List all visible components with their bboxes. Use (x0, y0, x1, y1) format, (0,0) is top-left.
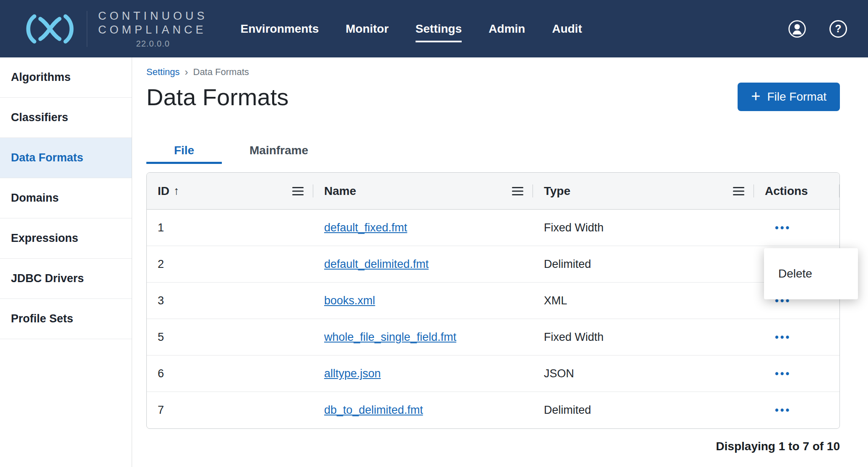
user-avatar-icon[interactable] (787, 19, 807, 39)
main-content: Settings › Data Formats Data Formats + F… (132, 57, 868, 453)
column-header-name-label: Name (324, 184, 356, 198)
cell-id: 1 (147, 210, 313, 246)
help-glyph: ? (835, 23, 841, 35)
row-actions-button[interactable]: ••• (775, 222, 791, 234)
format-name-link[interactable]: default_fixed.fmt (324, 221, 407, 234)
top-navbar: CONTINUOUS COMPLIANCE 22.0.0.0 Environme… (0, 0, 868, 57)
row-actions-button[interactable]: ••• (775, 331, 791, 343)
column-menu-icon[interactable] (512, 187, 524, 196)
pagination-summary: Displaying 1 to 7 of 10 (146, 440, 840, 453)
add-file-format-label: File Format (767, 90, 826, 104)
cell-actions: ••• (754, 355, 839, 392)
version-label: 22.0.0.0 (98, 39, 208, 49)
format-name-link[interactable]: books.xml (324, 294, 375, 307)
cell-name: books.xml (313, 283, 533, 319)
cell-name: whole_file_single_field.fmt (313, 319, 533, 355)
tab-file[interactable]: File (146, 137, 222, 164)
table-row: 5whole_file_single_field.fmtFixed Width•… (147, 319, 839, 355)
column-header-type-label: Type (544, 184, 570, 198)
navbar-icons: ? (787, 19, 847, 39)
brand-line-1: CONTINUOUS (98, 9, 208, 23)
data-formats-table: ID ↑ Name Type (146, 172, 840, 429)
brand-divider (87, 11, 87, 47)
nav-item-monitor[interactable]: Monitor (346, 22, 389, 36)
column-header-type[interactable]: Type (533, 173, 754, 209)
cell-id: 5 (147, 319, 313, 355)
sidebar-item-expressions[interactable]: Expressions (0, 218, 132, 259)
sort-ascending-icon: ↑ (174, 184, 179, 197)
cell-actions: ••• (754, 392, 839, 428)
column-header-actions-label: Actions (765, 184, 808, 198)
nav-item-environments[interactable]: Environments (241, 22, 319, 36)
column-menu-icon[interactable] (292, 187, 304, 196)
delphix-logo-icon (22, 14, 78, 44)
format-name-link[interactable]: db_to_delimited.fmt (324, 404, 423, 417)
sidebar-item-algorithms[interactable]: Algorithms (0, 57, 132, 98)
tab-bar: FileMainframe (146, 137, 840, 164)
cell-id: 7 (147, 392, 313, 428)
context-menu-item-delete[interactable]: Delete (764, 261, 858, 287)
column-header-id[interactable]: ID ↑ (147, 173, 313, 209)
cell-id: 3 (147, 283, 313, 319)
breadcrumb-current: Data Formats (193, 67, 249, 78)
table-row: 2default_delimited.fmtDelimited••• (147, 246, 839, 283)
format-name-link[interactable]: alltype.json (324, 367, 381, 380)
cell-name: alltype.json (313, 355, 533, 392)
add-file-format-button[interactable]: + File Format (738, 83, 840, 111)
column-header-actions: Actions (754, 173, 839, 209)
cell-actions: ••• (754, 210, 839, 246)
brand-text: CONTINUOUS COMPLIANCE 22.0.0.0 (98, 9, 208, 49)
table-row: 3books.xmlXML••• (147, 283, 839, 319)
cell-type: XML (533, 283, 754, 319)
context-menu: Delete (764, 248, 858, 299)
table-row: 6alltype.jsonJSON••• (147, 355, 839, 392)
cell-name: default_delimited.fmt (313, 246, 533, 282)
title-row: Data Formats + File Format (146, 80, 840, 114)
cell-type: JSON (533, 355, 754, 392)
table-row: 1default_fixed.fmtFixed Width••• (147, 210, 839, 246)
cell-id: 6 (147, 355, 313, 392)
primary-nav: EnvironmentsMonitorSettingsAdminAudit (241, 22, 582, 36)
sidebar-item-data-formats[interactable]: Data Formats (0, 138, 132, 178)
breadcrumb-separator-icon: › (185, 66, 188, 78)
table-row: 7db_to_delimited.fmtDelimited••• (147, 392, 839, 428)
sidebar: AlgorithmsClassifiersData FormatsDomains… (0, 57, 132, 467)
sidebar-item-classifiers[interactable]: Classifiers (0, 98, 132, 138)
column-header-name[interactable]: Name (313, 173, 533, 209)
format-name-link[interactable]: default_delimited.fmt (324, 258, 429, 271)
table-header: ID ↑ Name Type (147, 173, 839, 210)
cell-type: Fixed Width (533, 319, 754, 355)
help-icon[interactable]: ? (829, 20, 847, 38)
table-body: 1default_fixed.fmtFixed Width•••2default… (147, 210, 839, 428)
format-name-link[interactable]: whole_file_single_field.fmt (324, 331, 456, 344)
column-menu-icon[interactable] (733, 187, 745, 196)
nav-item-settings[interactable]: Settings (416, 22, 462, 36)
cell-type: Fixed Width (533, 210, 754, 246)
breadcrumb: Settings › Data Formats (146, 66, 840, 78)
tab-mainframe[interactable]: Mainframe (241, 137, 317, 164)
sidebar-item-jdbc-drivers[interactable]: JDBC Drivers (0, 259, 132, 299)
cell-type: Delimited (533, 392, 754, 428)
row-actions-button[interactable]: ••• (775, 404, 791, 416)
cell-id: 2 (147, 246, 313, 282)
sidebar-item-profile-sets[interactable]: Profile Sets (0, 299, 132, 339)
cell-name: db_to_delimited.fmt (313, 392, 533, 428)
brand-line-2: COMPLIANCE (98, 23, 208, 37)
cell-name: default_fixed.fmt (313, 210, 533, 246)
page-title: Data Formats (146, 83, 288, 111)
sidebar-item-domains[interactable]: Domains (0, 178, 132, 218)
breadcrumb-settings-link[interactable]: Settings (146, 67, 180, 78)
cell-actions: ••• (754, 319, 839, 355)
nav-item-admin[interactable]: Admin (489, 22, 525, 36)
plus-icon: + (751, 88, 760, 104)
row-actions-button[interactable]: ••• (775, 368, 791, 380)
cell-type: Delimited (533, 246, 754, 282)
nav-item-audit[interactable]: Audit (552, 22, 582, 36)
column-header-id-label: ID (158, 184, 169, 198)
brand-group: CONTINUOUS COMPLIANCE 22.0.0.0 (22, 9, 208, 49)
